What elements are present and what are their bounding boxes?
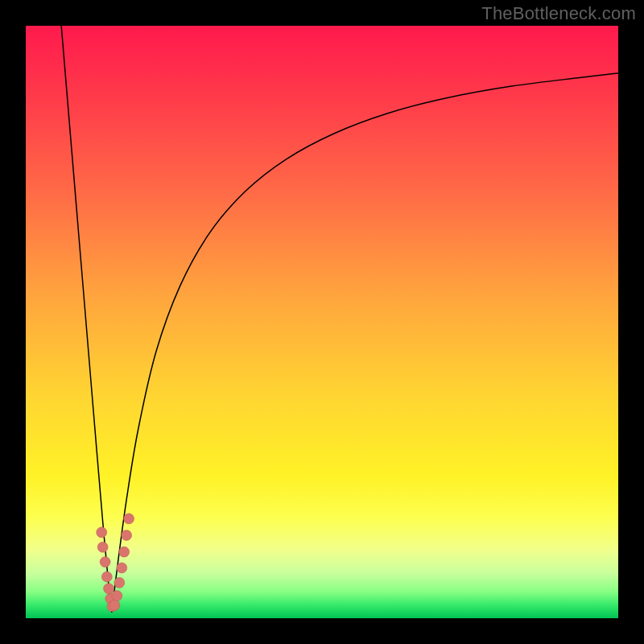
marker-dot <box>122 530 132 540</box>
marker-dot <box>100 557 110 568</box>
plot-area <box>26 26 618 618</box>
marker-dot <box>112 591 122 601</box>
marker-dot <box>114 577 125 588</box>
gradient-background <box>26 26 618 618</box>
marker-dot <box>119 547 130 557</box>
chart-frame: TheBottleneck.com <box>0 0 644 644</box>
marker-dot <box>97 527 107 538</box>
marker-dot <box>117 563 127 573</box>
marker-dot <box>104 584 114 594</box>
chart-svg <box>26 26 618 618</box>
watermark-text: TheBottleneck.com <box>481 3 636 24</box>
marker-dot <box>109 600 120 610</box>
marker-dot <box>101 572 112 582</box>
marker-dot <box>124 514 134 524</box>
marker-dot <box>97 542 108 552</box>
